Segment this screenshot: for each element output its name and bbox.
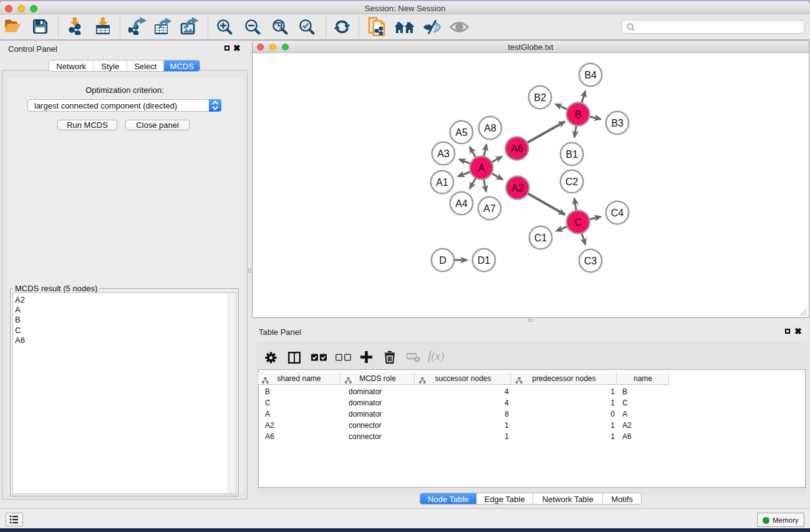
svg-text:A: A	[478, 163, 485, 173]
svg-text:A2: A2	[511, 183, 524, 193]
svg-text:C4: C4	[611, 208, 624, 218]
svg-text:A8: A8	[484, 123, 496, 133]
svg-text:B4: B4	[584, 70, 597, 80]
svg-text:D: D	[439, 255, 446, 266]
svg-text:C2: C2	[566, 177, 579, 187]
svg-text:A7: A7	[483, 203, 496, 214]
svg-text:C1: C1	[534, 233, 547, 243]
svg-text:C: C	[574, 217, 582, 228]
svg-text:A1: A1	[436, 177, 448, 188]
svg-text:A6: A6	[511, 143, 523, 154]
svg-text:D1: D1	[478, 255, 491, 266]
svg-text:B1: B1	[566, 149, 578, 160]
svg-text:A5: A5	[455, 127, 468, 138]
svg-text:B2: B2	[534, 92, 546, 103]
svg-text:A3: A3	[437, 148, 450, 159]
svg-text:B: B	[575, 109, 582, 120]
svg-text:C3: C3	[584, 256, 597, 266]
svg-text:A4: A4	[455, 198, 468, 209]
svg-text:B3: B3	[611, 118, 624, 128]
